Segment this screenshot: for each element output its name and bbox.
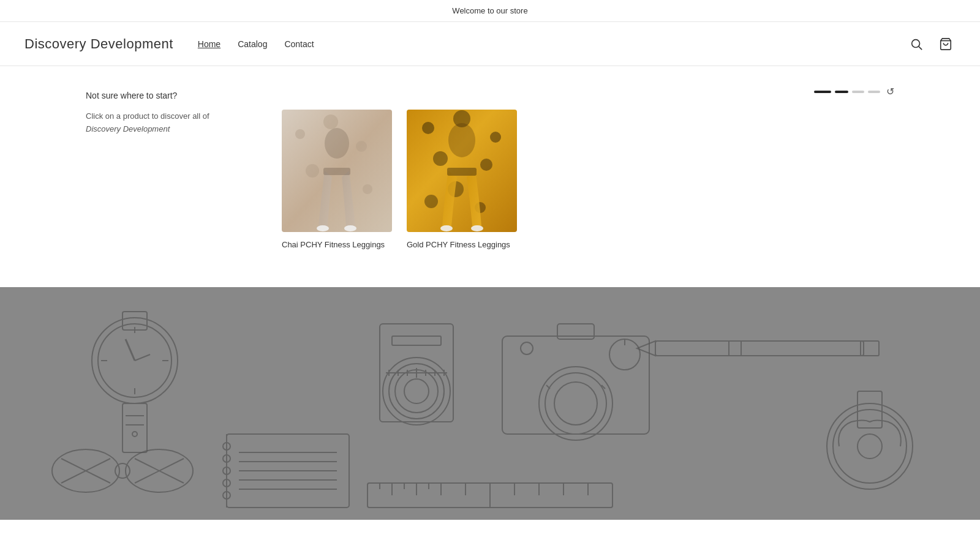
description-plain: Click on a product to discover all of bbox=[86, 111, 209, 121]
logo[interactable]: Discovery Development bbox=[24, 36, 173, 52]
slider-dot-2 bbox=[835, 91, 848, 93]
products-area: ↺ bbox=[282, 86, 894, 250]
svg-point-14 bbox=[422, 122, 434, 134]
product-card[interactable]: Gold PCHY Fitness Leggings bbox=[407, 110, 517, 250]
svg-point-5 bbox=[323, 114, 338, 129]
announcement-bar: Welcome to our store bbox=[0, 0, 980, 22]
product-card[interactable]: Chai PCHY Fitness Leggings bbox=[282, 110, 392, 250]
cart-icon bbox=[939, 37, 952, 51]
slider-dot-1 bbox=[814, 91, 831, 93]
slider-reset-button[interactable]: ↺ bbox=[886, 86, 894, 97]
svg-point-12 bbox=[344, 225, 356, 231]
svg-point-11 bbox=[317, 225, 329, 231]
gold-product-svg bbox=[407, 110, 517, 232]
product-grid: Chai PCHY Fitness Leggings bbox=[282, 110, 894, 250]
slider-controls: ↺ bbox=[282, 86, 894, 97]
svg-rect-23 bbox=[447, 168, 477, 176]
product-name-gold: Gold PCHY Fitness Leggings bbox=[407, 239, 517, 250]
slider-dot-3 bbox=[852, 91, 864, 93]
announcement-text: Welcome to our store bbox=[452, 6, 527, 15]
product-name-chai: Chai PCHY Fitness Leggings bbox=[282, 239, 392, 250]
main-nav: Home Catalog Contact bbox=[198, 39, 907, 49]
search-button[interactable] bbox=[907, 34, 926, 54]
svg-point-8 bbox=[363, 184, 372, 194]
svg-point-16 bbox=[490, 132, 501, 143]
sidebar-description: Click on a product to discover all of Di… bbox=[86, 110, 245, 136]
product-image-chai bbox=[282, 110, 392, 232]
svg-point-9 bbox=[325, 128, 349, 159]
main-content: Not sure where to start? Click on a prod… bbox=[61, 66, 919, 287]
chai-product-svg bbox=[282, 110, 392, 232]
search-icon bbox=[910, 37, 923, 51]
svg-point-4 bbox=[295, 129, 305, 139]
svg-point-0 bbox=[912, 39, 920, 47]
header-actions bbox=[907, 34, 956, 54]
footer-illustration bbox=[0, 287, 980, 520]
footer-svg bbox=[0, 287, 980, 520]
description-italic: Discovery Development bbox=[86, 124, 170, 133]
svg-point-25 bbox=[471, 225, 483, 231]
svg-line-1 bbox=[919, 47, 922, 50]
svg-point-19 bbox=[424, 195, 438, 208]
svg-point-17 bbox=[433, 151, 448, 166]
svg-rect-10 bbox=[323, 168, 350, 175]
header: Discovery Development Home Catalog Conta… bbox=[0, 22, 980, 66]
svg-point-18 bbox=[480, 159, 492, 171]
product-image-gold bbox=[407, 110, 517, 232]
svg-point-24 bbox=[440, 225, 453, 231]
cart-button[interactable] bbox=[936, 34, 956, 54]
svg-point-6 bbox=[356, 141, 367, 152]
nav-home[interactable]: Home bbox=[198, 39, 221, 49]
svg-point-22 bbox=[448, 123, 475, 157]
nav-contact[interactable]: Contact bbox=[284, 39, 314, 49]
svg-point-7 bbox=[306, 164, 319, 178]
slider-dot-4 bbox=[868, 91, 880, 93]
nav-catalog[interactable]: Catalog bbox=[238, 39, 267, 49]
sidebar: Not sure where to start? Click on a prod… bbox=[86, 86, 245, 250]
sidebar-heading: Not sure where to start? bbox=[86, 91, 245, 100]
